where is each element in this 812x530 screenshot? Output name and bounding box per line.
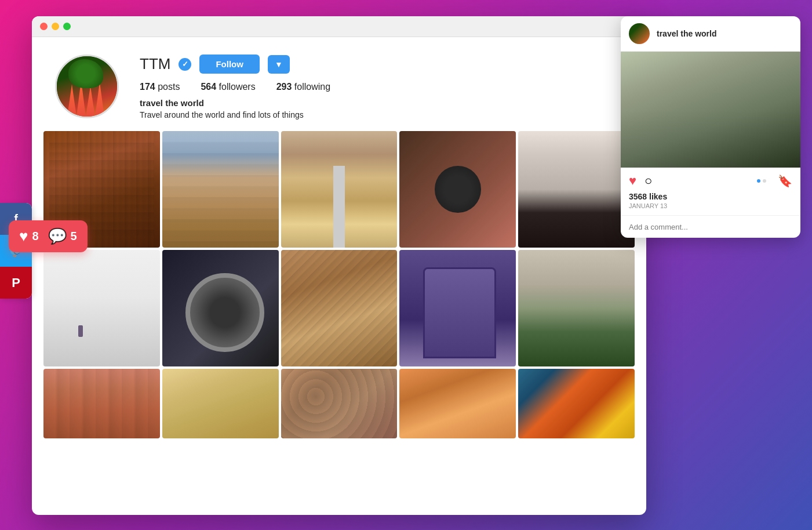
profile-section: TTM ✓ Follow ▼ 174 posts 564 followers	[32, 37, 646, 131]
story-avatar	[629, 23, 650, 44]
story-like-icon[interactable]: ♥	[629, 173, 636, 188]
post-image[interactable]	[162, 369, 279, 438]
bookmark-icon[interactable]: 🔖	[778, 174, 792, 188]
pinterest-button[interactable]: P	[0, 267, 32, 299]
profile-stats: 174 posts 564 followers 293 following	[140, 82, 623, 92]
followers-stat: 564 followers	[201, 82, 255, 92]
post-image[interactable]	[399, 131, 516, 248]
follow-button[interactable]: Follow	[199, 55, 260, 74]
dot-red[interactable]	[40, 23, 48, 30]
pinterest-icon: P	[12, 275, 20, 291]
browser-titlebar	[32, 16, 646, 37]
comments-count: 5	[71, 230, 77, 243]
post-image[interactable]	[162, 250, 279, 366]
story-likes-count: 3568 likes	[629, 192, 792, 201]
list-item: ♡ ○ ◁	[162, 250, 279, 366]
story-actions: ♥ ○ 🔖 3568 likes JANUARY 13	[621, 168, 800, 216]
profile-bio: Travel around the world and find lots of…	[140, 110, 623, 119]
post-image[interactable]	[281, 250, 398, 366]
profile-info: TTM ✓ Follow ▼ 174 posts 564 followers	[140, 55, 623, 119]
post-image[interactable]	[43, 250, 160, 366]
story-dots	[757, 179, 766, 183]
list-item: ♡ ○ ◁	[399, 250, 516, 366]
post-image[interactable]	[399, 369, 516, 438]
grid-row-1: ♥ ○ ◁ ♥ ○ ◁ ♡	[43, 131, 635, 248]
profile-username: TTM	[140, 55, 170, 73]
story-date: JANUARY 13	[629, 202, 792, 209]
post-image[interactable]	[281, 131, 398, 248]
post-image[interactable]	[518, 250, 635, 366]
comment-bubble-icon: 💬	[48, 227, 67, 245]
list-item: ♡ ○ ◁	[281, 250, 398, 366]
profile-name-row: TTM ✓ Follow ▼	[140, 55, 623, 74]
post-image[interactable]	[518, 369, 635, 438]
posts-stat: 174 posts	[140, 82, 180, 92]
story-image[interactable]	[621, 52, 800, 168]
following-stat: 293 following	[276, 82, 330, 92]
follow-dropdown-button[interactable]: ▼	[268, 55, 290, 74]
list-item: ♡ ○ ◁	[281, 131, 398, 248]
list-item: ♡ ○ ◁	[518, 131, 635, 248]
post-image[interactable]	[518, 131, 635, 248]
list-item	[162, 369, 279, 438]
post-image[interactable]	[43, 369, 160, 438]
list-item	[281, 369, 398, 438]
dot-yellow[interactable]	[52, 23, 59, 30]
list-item: ♡ ○ ◁	[399, 131, 516, 248]
list-item	[518, 369, 635, 438]
comments-notification: 💬 5	[48, 227, 77, 245]
story-card: travel the world ♥ ○ 🔖 3568 likes JANUAR…	[621, 16, 800, 238]
story-comment-section	[621, 216, 800, 238]
instagram-content: TTM ✓ Follow ▼ 174 posts 564 followers	[32, 37, 646, 515]
comment-input[interactable]	[629, 223, 792, 231]
dot-green[interactable]	[63, 23, 71, 30]
grid-row-2: ♥ ○ ◁ ♡ ○ ◁ ♡	[43, 250, 635, 366]
grid-row-3	[43, 369, 635, 438]
notification-bubble: ♥ 8 💬 5	[9, 220, 88, 252]
profile-display-name: travel the world	[140, 98, 623, 108]
browser-window: TTM ✓ Follow ▼ 174 posts 564 followers	[32, 16, 646, 515]
story-dot-active	[757, 179, 760, 183]
story-action-row: ♥ ○ 🔖	[629, 173, 792, 188]
verified-badge: ✓	[179, 58, 191, 71]
post-image[interactable]	[162, 131, 279, 248]
story-comment-icon[interactable]: ○	[644, 173, 652, 188]
likes-notification: ♥ 8	[19, 227, 39, 245]
posts-grid: ♥ ○ ◁ ♥ ○ ◁ ♡	[32, 131, 646, 452]
avatar	[55, 55, 119, 118]
list-item	[399, 369, 516, 438]
list-item: ♥ ○ ◁	[162, 131, 279, 248]
story-header: travel the world	[621, 16, 800, 52]
list-item: ♥ ○ ◁	[43, 250, 160, 366]
story-username: travel the world	[657, 29, 716, 38]
list-item: ♡ ○ ◁	[518, 250, 635, 366]
post-image[interactable]	[399, 250, 516, 366]
story-dot-inactive	[763, 179, 766, 183]
post-image[interactable]	[281, 369, 398, 438]
likes-count: 8	[32, 230, 38, 243]
list-item	[43, 369, 160, 438]
heart-icon: ♥	[19, 227, 28, 245]
